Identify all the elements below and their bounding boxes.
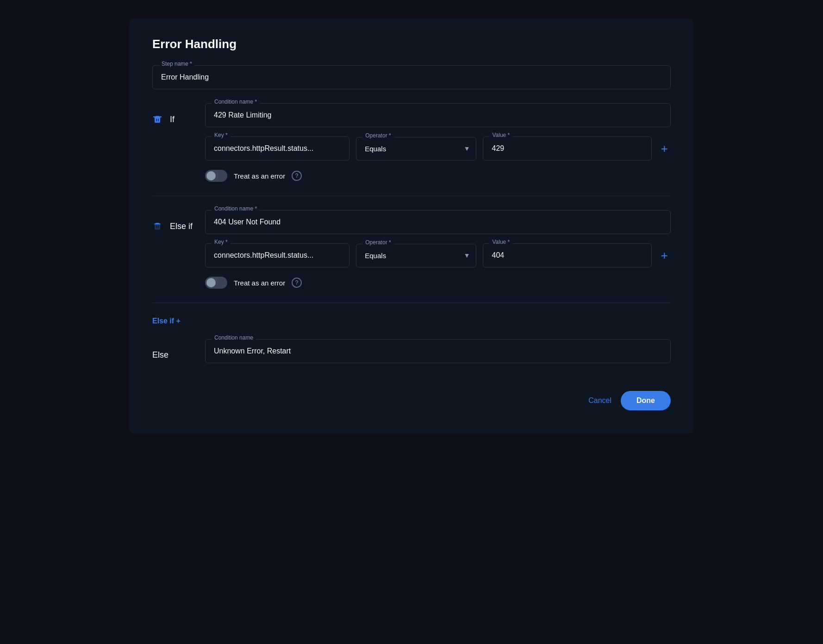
step-name-label: Step name * [159,61,195,67]
else-condition-name-field: Condition name [205,339,671,363]
else-if-treat-as-error-label: Treat as an error [234,279,285,287]
else-if-right: Condition name * Key * Operator * Equals [205,210,671,293]
else-if-toggle-track [205,277,227,289]
else-if-key-label: Key * [212,239,231,245]
else-if-key-field: Key * [205,243,349,267]
else-if-delete-button[interactable] [152,221,162,231]
else-if-condition-row: Else if Condition name * Key * Operator … [152,210,671,293]
else-if-help-icon[interactable]: ? [292,278,302,288]
if-operator-select[interactable]: Equals Not Equals Contains Greater Than … [356,137,476,161]
divider-2 [152,303,671,303]
else-label: Else [152,350,168,360]
else-if-left: Else if [152,210,194,231]
if-operator-label: Operator * [362,132,393,139]
if-label: If [170,115,175,124]
else-if-toggle-thumb [206,278,216,287]
if-condition-row: If Condition name * Key * Operator * [152,103,671,186]
else-if-condition-name-input[interactable] [205,210,671,234]
if-condition-name-input[interactable] [205,103,671,127]
if-operator-field: Operator * Equals Not Equals Contains Gr… [356,137,476,161]
if-add-condition-button[interactable]: + [658,142,671,156]
else-left: Else [152,339,194,360]
else-if-operator-label: Operator * [362,239,393,246]
else-if-operator-field: Operator * Equals Not Equals Contains Gr… [356,244,476,267]
if-value-label: Value * [489,132,512,138]
if-key-label: Key * [212,132,231,138]
done-button[interactable]: Done [621,391,671,410]
else-if-treat-as-error-toggle[interactable] [205,277,227,289]
else-right: Condition name [205,339,671,372]
else-if-operator-select[interactable]: Equals Not Equals Contains Greater Than … [356,244,476,267]
else-if-condition-name-label: Condition name * [212,205,260,212]
error-handling-modal: Error Handling Step name * If [129,19,694,433]
if-condition-name-label: Condition name * [212,99,260,105]
divider-1 [152,196,671,196]
else-section: Else Condition name [152,339,671,372]
svg-rect-3 [156,223,159,224]
else-if-toggle-row: Treat as an error ? [205,277,671,289]
else-if-value-label: Value * [489,239,512,245]
if-operator-select-wrapper: Equals Not Equals Contains Greater Than … [356,137,476,161]
if-toggle-track [205,170,227,182]
if-key-input[interactable] [205,136,349,161]
if-condition-block: If Condition name * Key * Operator * [152,103,671,186]
else-if-condition-block: Else if Condition name * Key * Operator … [152,210,671,293]
else-if-condition-name-field: Condition name * [205,210,671,234]
footer: Cancel Done [152,391,671,410]
if-right: Condition name * Key * Operator * Equals [205,103,671,186]
else-if-add-button[interactable]: Else if + [152,317,181,325]
else-if-key-input[interactable] [205,243,349,267]
cancel-button[interactable]: Cancel [588,396,611,405]
page-title: Error Handling [152,37,671,51]
else-condition-name-input[interactable] [205,339,671,363]
if-fields-row: Key * Operator * Equals Not Equals Conta… [205,136,671,161]
if-toggle-thumb [206,171,216,180]
else-if-operator-select-wrapper: Equals Not Equals Contains Greater Than … [356,244,476,267]
svg-rect-1 [155,117,161,118]
else-if-value-input[interactable] [483,243,651,267]
step-name-input[interactable] [152,65,671,89]
else-if-label: Else if [170,222,193,231]
if-value-field: Value * [483,136,651,161]
if-toggle-row: Treat as an error ? [205,170,671,182]
if-treat-as-error-label: Treat as an error [234,172,285,180]
if-delete-button[interactable] [152,114,162,124]
else-if-add-condition-button[interactable]: + [658,248,671,263]
if-help-icon[interactable]: ? [292,171,302,181]
step-name-field: Step name * [152,65,671,89]
if-left: If [152,103,194,124]
if-condition-name-field: Condition name * [205,103,671,127]
else-if-fields-row: Key * Operator * Equals Not Equals Conta… [205,243,671,267]
if-value-input[interactable] [483,136,651,161]
if-key-field: Key * [205,136,349,161]
else-condition-name-label: Condition name [212,334,256,341]
if-treat-as-error-toggle[interactable] [205,170,227,182]
else-if-value-field: Value * [483,243,651,267]
